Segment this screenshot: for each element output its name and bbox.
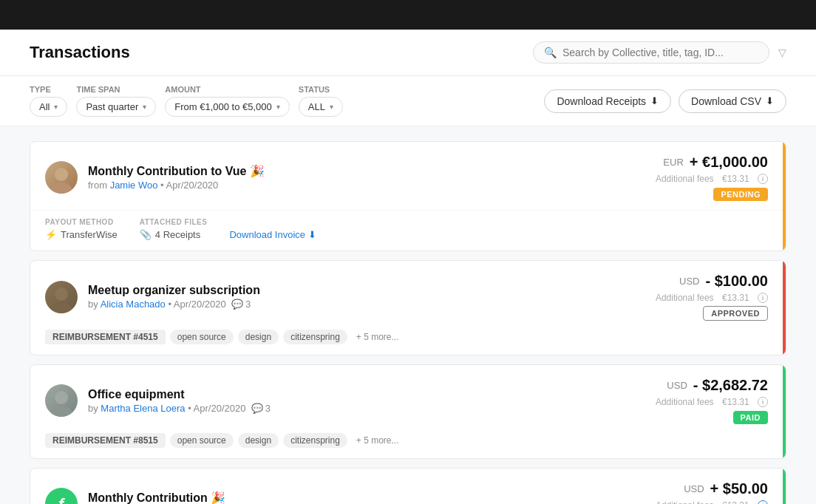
- page-title: Transactions: [30, 43, 130, 62]
- info-icon[interactable]: i: [758, 174, 768, 184]
- currency-label: USD: [667, 380, 687, 391]
- amount-value: - $2,682.72: [693, 377, 768, 394]
- download-icon: ⬇: [766, 95, 774, 106]
- avatar: [45, 384, 78, 417]
- transaction-subtitle: by Martha Elena Loera • Apr/20/2020 💬 3: [88, 403, 271, 414]
- status-badge: PAID: [733, 411, 768, 424]
- chevron-down-icon: ▾: [54, 103, 58, 111]
- chevron-down-icon: ▾: [143, 103, 146, 111]
- list-item: open source: [170, 330, 234, 344]
- info-icon[interactable]: i: [758, 397, 768, 407]
- header: Transactions 🔍 ▽: [0, 30, 816, 76]
- svg-point-4: [55, 391, 68, 404]
- transaction-user-link[interactable]: Alicia Machado: [101, 299, 166, 310]
- transaction-title: Monthly Contribution to Vue 🎉: [88, 164, 265, 178]
- download-icon: ⬇: [650, 95, 659, 106]
- tags-row: REIMBURSEMENT #8515 open source design c…: [30, 433, 783, 458]
- svg-point-2: [55, 287, 68, 301]
- amount-value: + €1,000.00: [690, 154, 768, 171]
- amount-filter-label: AMOUNT: [165, 85, 290, 94]
- list-item: design: [238, 433, 279, 448]
- tags-more[interactable]: + 5 more...: [352, 433, 404, 448]
- transaction-main: Meetup organizer subscription by Alicia …: [30, 261, 783, 330]
- transaction-main: ƒ Monthly Contribution 🎉 from Funds for …: [30, 469, 783, 504]
- transaction-title: Office equipment: [88, 388, 271, 401]
- list-item: citizenspring: [283, 330, 347, 344]
- status-indicator: [783, 365, 786, 458]
- status-filter-select[interactable]: ALL ▾: [299, 97, 343, 117]
- files-label: ATTACHED FILES: [140, 218, 208, 226]
- transactions-list: Monthly Contribution to Vue 🎉 from Jamie…: [0, 126, 816, 504]
- search-input[interactable]: [562, 47, 758, 58]
- status-badge: APPROVED: [703, 306, 768, 321]
- payout-method-group: PAYOUT METHOD ⚡ TransferWise: [45, 218, 118, 240]
- avatar: [45, 281, 78, 313]
- transaction-info: Meetup organizer subscription by Alicia …: [88, 284, 260, 310]
- type-filter-value: All: [39, 101, 50, 112]
- list-item: open source: [170, 433, 234, 448]
- status-indicator: [783, 469, 786, 504]
- amount-filter-group: AMOUNT From €1,000 to €5,000 ▾: [165, 85, 290, 117]
- amount-filter-value: From €1,000 to €5,000: [174, 101, 272, 112]
- tags-more[interactable]: + 5 more...: [352, 330, 404, 344]
- status-filter-group: STATUS ALL ▾: [299, 85, 343, 117]
- currency-label: USD: [679, 276, 699, 287]
- filters-bar: TYPE All ▾ TIME SPAN Past quarter ▾ AMOU…: [0, 76, 816, 126]
- timespan-filter-label: TIME SPAN: [76, 85, 156, 94]
- filters-right: Download Receipts ⬇ Download CSV ⬇: [544, 89, 786, 113]
- status-indicator: [783, 142, 786, 251]
- payout-value: ⚡ TransferWise: [45, 229, 118, 240]
- status-filter-value: ALL: [308, 101, 325, 112]
- timespan-filter-value: Past quarter: [86, 101, 138, 112]
- amount-value: + $50.00: [710, 480, 768, 497]
- timespan-filter-select[interactable]: Past quarter ▾: [76, 97, 156, 117]
- download-csv-button[interactable]: Download CSV ⬇: [679, 89, 786, 113]
- f-icon: ƒ: [57, 494, 66, 504]
- chevron-down-icon: ▾: [330, 103, 333, 111]
- filter-icon[interactable]: ▽: [778, 47, 786, 58]
- files-value: 📎 4 Receipts: [140, 229, 208, 240]
- search-icon: 🔍: [544, 47, 557, 58]
- list-item: design: [238, 330, 279, 344]
- download-invoice-link[interactable]: Download Invoice ⬇: [229, 229, 316, 240]
- type-filter-label: TYPE: [30, 85, 67, 94]
- chevron-down-icon: ▾: [276, 103, 280, 111]
- currency-label: USD: [684, 483, 704, 494]
- transaction-user-link[interactable]: Martha Elena Loera: [101, 403, 185, 414]
- paperclip-icon: 📎: [140, 229, 152, 240]
- transaction-subtitle: by Alicia Machado • Apr/20/2020 💬 3: [88, 299, 260, 310]
- filters-left: TYPE All ▾ TIME SPAN Past quarter ▾ AMOU…: [30, 85, 343, 117]
- table-row: ƒ Monthly Contribution 🎉 from Funds for …: [30, 468, 786, 504]
- comment-icon: 💬 3: [231, 299, 251, 310]
- transaction-left: Office equipment by Martha Elena Loera •…: [45, 384, 271, 417]
- download-csv-label: Download CSV: [691, 95, 761, 107]
- transaction-right: USD - $2,682.72 Additional fees €13.31 i…: [656, 377, 768, 424]
- search-bar[interactable]: 🔍: [533, 41, 769, 64]
- amount-filter-select[interactable]: From €1,000 to €5,000 ▾: [165, 97, 290, 117]
- info-icon[interactable]: i: [758, 500, 768, 504]
- download-receipts-button[interactable]: Download Receipts ⬇: [544, 89, 671, 113]
- fees-row: Additional fees €13.31 i: [656, 500, 768, 504]
- svg-point-1: [51, 183, 72, 194]
- transaction-title: Meetup organizer subscription: [88, 284, 260, 297]
- reimbursement-tag: REIMBURSEMENT #4515: [45, 330, 166, 344]
- transaction-subtitle: from Jamie Woo • Apr/20/2020: [88, 180, 265, 191]
- timespan-filter-group: TIME SPAN Past quarter ▾: [76, 85, 156, 117]
- type-filter-group: TYPE All ▾: [30, 85, 67, 117]
- transaction-info: Office equipment by Martha Elena Loera •…: [88, 388, 271, 414]
- comment-icon: 💬 3: [251, 403, 271, 414]
- transaction-user-link[interactable]: Jamie Woo: [110, 180, 158, 191]
- amount-value: - $100.00: [705, 273, 768, 290]
- reimbursement-tag: REIMBURSEMENT #8515: [45, 433, 166, 448]
- transaction-left: ƒ Monthly Contribution 🎉 from Funds for …: [45, 488, 235, 504]
- transaction-right: EUR + €1,000.00 Additional fees €13.31 i…: [656, 154, 768, 201]
- currency-label: EUR: [663, 157, 683, 168]
- svg-point-0: [55, 168, 68, 181]
- transaction-info: Monthly Contribution 🎉 from Funds for go…: [88, 491, 235, 504]
- transaction-info: Monthly Contribution to Vue 🎉 from Jamie…: [88, 164, 265, 191]
- type-filter-select[interactable]: All ▾: [30, 97, 67, 117]
- avatar: [45, 161, 78, 194]
- svg-point-3: [51, 302, 72, 313]
- status-filter-label: STATUS: [299, 85, 343, 94]
- info-icon[interactable]: i: [758, 293, 768, 303]
